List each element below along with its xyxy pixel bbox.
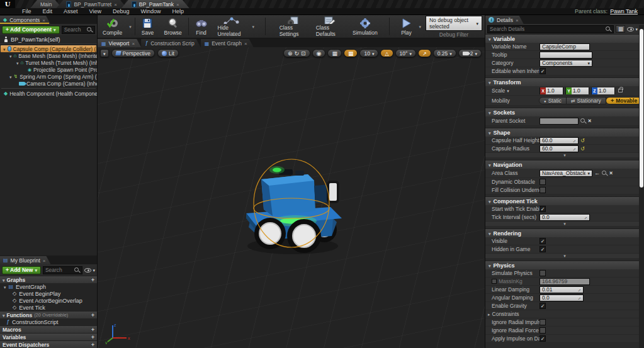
add-function-button[interactable]: + (91, 312, 94, 318)
details-search-input[interactable] (490, 26, 606, 32)
event-row-tick[interactable]: Event Tick (0, 304, 97, 311)
lit-button[interactable]: Lit (157, 49, 179, 57)
play-options-dropdown[interactable] (417, 15, 423, 38)
close-icon[interactable] (43, 257, 46, 264)
play-button[interactable]: Play (395, 15, 417, 38)
editable-checkbox[interactable] (539, 68, 546, 74)
compile-options-dropdown[interactable] (127, 15, 133, 38)
add-new-button[interactable]: + Add New (2, 266, 41, 274)
expand-arrow-icon[interactable] (9, 53, 12, 59)
components-search[interactable] (62, 26, 95, 34)
class-defaults-button[interactable]: Class Defaults (311, 15, 347, 38)
section-header-physics[interactable]: Physics (485, 261, 644, 269)
event-row-actorbeginoverlap[interactable]: Event ActorBeginOverlap (0, 297, 97, 304)
my-blueprint-search-input[interactable] (45, 267, 75, 273)
tooltip-input[interactable] (539, 52, 592, 59)
close-icon[interactable] (132, 40, 135, 47)
menu-edit[interactable]: Edit (37, 8, 59, 14)
rotation-snap-value-button[interactable]: 10° (395, 49, 416, 57)
close-icon[interactable] (42, 17, 45, 23)
section-header-transform[interactable]: Transform (485, 77, 644, 86)
reset-to-default-icon[interactable] (580, 137, 585, 143)
fill-collision-checkbox[interactable] (539, 187, 546, 193)
lock-icon[interactable] (618, 89, 623, 93)
apply-impulse-checkbox[interactable] (539, 335, 546, 342)
surface-snap-button[interactable] (327, 49, 342, 57)
scale-snap-value-button[interactable]: 0.25 (433, 49, 456, 57)
viewport-options-dropdown[interactable] (100, 49, 109, 57)
translate-tool-icon[interactable] (288, 50, 293, 57)
expand-arrow-icon[interactable] (488, 311, 490, 317)
rotation-snap-toggle[interactable] (380, 49, 393, 57)
variables-header[interactable]: Variables + (0, 333, 97, 340)
enable-gravity-checkbox[interactable] (539, 303, 546, 309)
angular-damping-field[interactable]: 0.0 (539, 295, 584, 301)
scale-snap-toggle[interactable] (418, 49, 431, 57)
capsule-radius-field[interactable]: 60.0 (539, 145, 579, 152)
section-header-rendering[interactable]: Rendering (485, 228, 644, 237)
add-variable-button[interactable]: + (91, 334, 94, 340)
mobility-static-button[interactable]: Static (539, 97, 567, 104)
grid-snap-value-button[interactable]: 10 (359, 49, 378, 57)
tree-row-spring-arm[interactable]: Spring Arm Comp (Spring Arm) (Inherited) (0, 73, 97, 80)
expand-arrow-icon[interactable] (3, 46, 6, 52)
class-settings-button[interactable]: Class Settings (274, 15, 311, 38)
details-view-options-button[interactable] (627, 26, 638, 32)
macros-header[interactable]: Macros + (0, 325, 97, 333)
tab-construction-script[interactable]: Construction Scrip (141, 39, 200, 47)
details-search[interactable] (487, 25, 614, 33)
parent-socket-field[interactable] (539, 118, 579, 125)
scale-tool-icon[interactable] (301, 50, 306, 57)
menu-window[interactable]: Window (135, 8, 166, 14)
parent-class-link[interactable]: Pawn Tank (610, 8, 638, 14)
section-expander[interactable] (485, 153, 644, 158)
functions-header[interactable]: Functions (20 Overridable) + (0, 311, 97, 318)
mobility-stationary-button[interactable]: Stationary (566, 97, 606, 104)
camera-speed-button[interactable]: 2 (458, 49, 482, 57)
components-self-row[interactable]: BP_PawnTank(self) (0, 35, 97, 44)
chevron-down-icon[interactable] (507, 87, 509, 94)
scale-y-field[interactable]: Y 1.0 (565, 87, 589, 94)
graph-row-eventgraph[interactable]: EventGraph (0, 283, 97, 290)
browse-button[interactable]: Browse (159, 15, 186, 38)
linear-damping-field[interactable]: 0.01 (539, 286, 584, 293)
category-dropdown[interactable]: Components (539, 60, 592, 67)
clear-icon[interactable] (609, 170, 613, 176)
doc-tab-bp-pawntank[interactable]: BP_PawnTank (121, 0, 189, 8)
tree-row-projectile-spawn-point[interactable]: Projectile Spawn Point (Projectile Spaw (0, 66, 97, 73)
ignore-radial-impulse-checkbox[interactable] (539, 319, 546, 325)
section-header-component-tick[interactable]: Component Tick (485, 196, 644, 205)
graphs-header[interactable]: Graphs + (0, 276, 97, 283)
section-header-variable[interactable]: Variable (485, 34, 644, 43)
ignore-radial-force-checkbox[interactable] (539, 327, 546, 334)
compile-button[interactable]: Compile (98, 15, 127, 38)
clear-icon[interactable] (588, 118, 591, 124)
my-blueprint-search[interactable] (43, 266, 83, 274)
details-tab[interactable]: i Details (485, 16, 524, 24)
dynamic-obstacle-checkbox[interactable] (539, 179, 546, 185)
debug-object-select[interactable]: No debug object selected (426, 16, 482, 31)
menu-file[interactable]: File (16, 8, 37, 14)
section-expander[interactable] (485, 254, 644, 259)
doc-tab-main[interactable]: Main (30, 0, 62, 8)
components-search-input[interactable] (64, 26, 87, 33)
section-header-shape[interactable]: Shape (485, 128, 644, 137)
details-scrollbar-thumb[interactable] (640, 29, 643, 188)
capsule-half-height-field[interactable]: 60.0 (539, 137, 579, 144)
section-header-sockets[interactable]: Sockets (485, 108, 644, 116)
property-matrix-button[interactable] (616, 25, 625, 33)
visibility-filter-button[interactable] (84, 267, 95, 273)
mass-field[interactable]: 164.96759 (539, 278, 590, 285)
expand-arrow-icon[interactable] (16, 60, 19, 66)
menu-debug[interactable]: Debug (107, 8, 135, 14)
tab-viewport[interactable]: Viewport (98, 39, 141, 47)
simulate-physics-checkbox[interactable] (539, 270, 546, 276)
scale-z-field[interactable]: Z 1.0 (591, 87, 615, 94)
tab-event-graph[interactable]: Event Graph (201, 39, 254, 47)
tree-row-base-mesh[interactable]: Base Mesh (Base Mesh) (Inherited) (0, 52, 97, 59)
menu-asset[interactable]: Asset (58, 8, 84, 14)
add-component-button[interactable]: + Add Component (2, 26, 60, 34)
my-blueprint-tab[interactable]: My Blueprint (0, 256, 50, 264)
add-macro-button[interactable]: + (91, 327, 94, 333)
menu-view[interactable]: View (84, 8, 107, 14)
